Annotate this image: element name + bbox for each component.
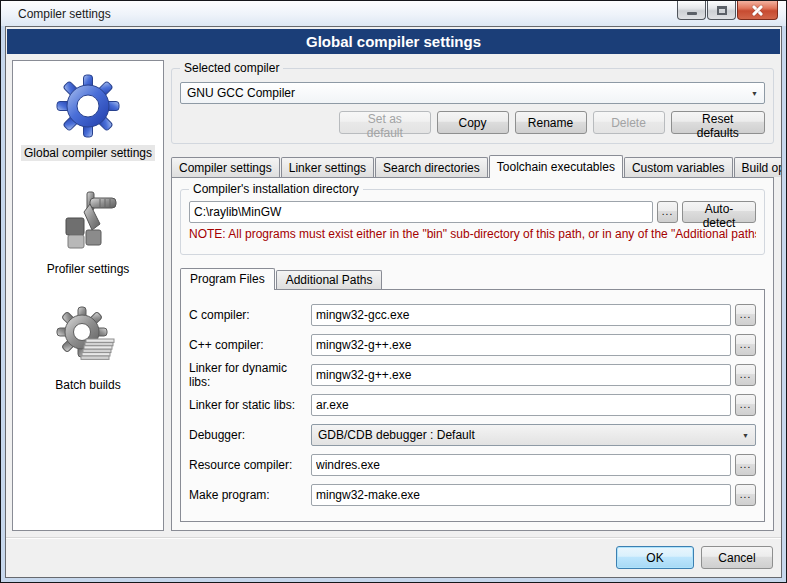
reset-defaults-button[interactable]: Reset defaults: [671, 111, 766, 134]
spacer: [180, 111, 333, 134]
tab-custom-variables[interactable]: Custom variables: [624, 157, 733, 177]
settings-pane: Selected compiler GNU GCC Compiler ▼ Set…: [171, 59, 774, 537]
dialog-content: Global compiler settings: [5, 26, 782, 578]
tab-search-directories[interactable]: Search directories: [375, 157, 488, 177]
sidebar-item-batch-builds[interactable]: Batch builds: [52, 306, 123, 393]
installation-directory-browse-button[interactable]: ...: [657, 201, 678, 223]
static-linker-browse-button[interactable]: ...: [735, 394, 756, 416]
installation-directory-input[interactable]: [189, 201, 653, 223]
sub-tab-strip: Program Files Additional Paths: [180, 267, 765, 289]
tab-linker-settings[interactable]: Linker settings: [281, 157, 374, 177]
dynamic-linker-browse-button[interactable]: ...: [735, 364, 756, 386]
c-compiler-browse-button[interactable]: ...: [735, 304, 756, 326]
minimize-icon: [687, 12, 697, 15]
page-title: Global compiler settings: [7, 29, 780, 54]
dialog-footer: OK Cancel: [6, 537, 781, 577]
auto-detect-button[interactable]: Auto-detect: [682, 201, 756, 223]
sidebar-item-label: Profiler settings: [44, 261, 133, 277]
field-label: Linker for dynamic libs:: [189, 361, 311, 389]
titlebar[interactable]: Compiler settings: [1, 1, 786, 26]
batch-builds-gear-icon: [56, 306, 120, 370]
field-row-debugger: Debugger: GDB/CDB debugger : Default ▼: [189, 424, 756, 446]
field-label: C++ compiler:: [189, 338, 311, 352]
field-label: Debugger:: [189, 428, 311, 442]
field-row-static-linker: Linker for static libs: ...: [189, 394, 756, 416]
resource-compiler-input[interactable]: [311, 454, 731, 476]
minimize-button[interactable]: [677, 1, 706, 20]
compiler-select[interactable]: GNU GCC Compiler ▼: [180, 82, 765, 104]
profiler-caliper-icon: [56, 190, 120, 254]
set-as-default-button[interactable]: Set as default: [339, 111, 430, 134]
tab-toolchain-executables[interactable]: Toolchain executables: [489, 155, 623, 178]
rename-button[interactable]: Rename: [515, 111, 587, 134]
window-title: Compiler settings: [18, 7, 111, 21]
field-row-make-program: Make program: ...: [189, 484, 756, 506]
sidebar-item-label: Global compiler settings: [21, 145, 155, 161]
program-files-panel: C compiler: ... C++ compiler:: [180, 289, 765, 522]
debugger-select-value: GDB/CDB debugger : Default: [318, 428, 736, 442]
dynamic-linker-input[interactable]: [311, 364, 731, 386]
installation-note: NOTE: All programs must exist either in …: [189, 227, 756, 241]
ok-button[interactable]: OK: [616, 546, 694, 569]
make-program-input[interactable]: [311, 484, 731, 506]
cpp-compiler-browse-button[interactable]: ...: [735, 334, 756, 356]
sidebar: Global compiler settings: [12, 60, 164, 531]
installation-directory-group-label: Compiler's installation directory: [189, 182, 363, 196]
compiler-select-value: GNU GCC Compiler: [187, 86, 745, 100]
delete-button[interactable]: Delete: [593, 111, 665, 134]
tab-strip: Compiler settings Linker settings Search…: [171, 154, 774, 177]
maximize-icon: [717, 6, 727, 15]
close-button[interactable]: [737, 1, 778, 20]
make-program-browse-button[interactable]: ...: [735, 484, 756, 506]
blue-gear-icon: [56, 74, 120, 138]
close-icon: [751, 4, 764, 17]
field-row-resource-compiler: Resource compiler: ...: [189, 454, 756, 476]
copy-button[interactable]: Copy: [437, 111, 509, 134]
toolchain-executables-panel: Compiler's installation directory ... Au…: [171, 177, 774, 531]
window-controls: [676, 1, 778, 20]
sidebar-item-profiler-settings[interactable]: Profiler settings: [44, 190, 133, 277]
tab-compiler-settings[interactable]: Compiler settings: [171, 157, 280, 177]
subtab-program-files[interactable]: Program Files: [180, 268, 275, 290]
c-compiler-input[interactable]: [311, 304, 731, 326]
installation-directory-row: ... Auto-detect: [189, 201, 756, 223]
window-frame: Global compiler settings: [1, 26, 786, 582]
chevron-down-icon: ▼: [742, 432, 749, 439]
field-label: Resource compiler:: [189, 458, 311, 472]
subtab-additional-paths[interactable]: Additional Paths: [276, 270, 383, 289]
cpp-compiler-input[interactable]: [311, 334, 731, 356]
chevron-down-icon: ▼: [751, 90, 758, 97]
compiler-settings-window: Compiler settings Global compiler settin…: [0, 0, 787, 583]
field-label: C compiler:: [189, 308, 311, 322]
field-label: Linker for static libs:: [189, 398, 311, 412]
field-row-cpp-compiler: C++ compiler: ...: [189, 334, 756, 356]
resource-compiler-browse-button[interactable]: ...: [735, 454, 756, 476]
static-linker-input[interactable]: [311, 394, 731, 416]
selected-compiler-group-label: Selected compiler: [180, 61, 283, 75]
compiler-buttons-row: Set as default Copy Rename Delete Reset …: [180, 111, 765, 134]
sidebar-item-label: Batch builds: [52, 377, 123, 393]
field-row-dynamic-linker: Linker for dynamic libs: ...: [189, 364, 756, 386]
installation-directory-group: Compiler's installation directory ... Au…: [180, 189, 765, 255]
maximize-button[interactable]: [707, 1, 736, 20]
field-row-c-compiler: C compiler: ...: [189, 304, 756, 326]
cancel-button[interactable]: Cancel: [701, 546, 773, 569]
main-area: Global compiler settings: [6, 54, 781, 537]
field-label: Make program:: [189, 488, 311, 502]
selected-compiler-group: Selected compiler GNU GCC Compiler ▼ Set…: [171, 68, 774, 144]
tab-build-options[interactable]: Build options: [734, 157, 782, 177]
sidebar-item-global-compiler-settings[interactable]: Global compiler settings: [21, 74, 155, 161]
debugger-select[interactable]: GDB/CDB debugger : Default ▼: [311, 424, 756, 446]
